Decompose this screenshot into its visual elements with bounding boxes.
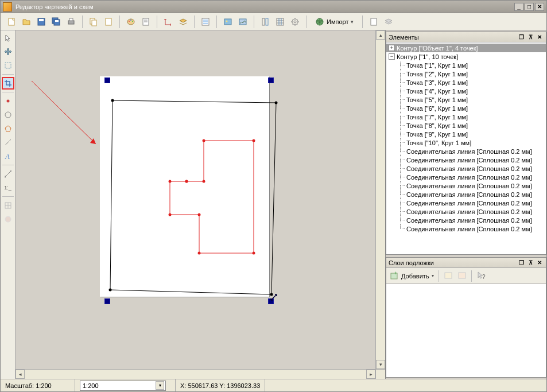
tree-item[interactable]: Точка ["4", Круг 1 мм] bbox=[386, 87, 546, 95]
horizontal-scrollbar[interactable]: ◂ ▸ bbox=[15, 369, 375, 379]
image2-button[interactable] bbox=[236, 15, 249, 28]
scroll-left-button[interactable]: ◂ bbox=[15, 370, 25, 379]
tree-item[interactable]: Точка ["3", Круг 1 мм] bbox=[386, 78, 546, 87]
resize-handle-icon[interactable] bbox=[270, 293, 278, 301]
contour-object[interactable] bbox=[110, 100, 276, 296]
tree-item[interactable]: Точка ["1", Круг 1 мм] bbox=[386, 61, 546, 69]
move-tool[interactable] bbox=[2, 45, 14, 58]
panel-float-button[interactable]: ❐ bbox=[517, 259, 525, 267]
tree-item-contour1[interactable]: + Контур ["Объект 1", 4 точек] bbox=[386, 44, 546, 52]
list-button[interactable] bbox=[199, 15, 212, 28]
doc1-button[interactable] bbox=[367, 15, 380, 28]
svg-point-14 bbox=[132, 21, 133, 22]
maximize-button[interactable]: □ bbox=[525, 3, 534, 11]
layer-help-button[interactable]: ? bbox=[476, 271, 486, 281]
scroll-down-button[interactable]: ▾ bbox=[376, 360, 385, 369]
pointer-tool[interactable] bbox=[2, 32, 14, 44]
svg-point-55 bbox=[169, 214, 172, 216]
polygon-tool[interactable] bbox=[2, 122, 14, 135]
coords-label: X: 550617.63 Y: 1396023.33 bbox=[180, 382, 260, 389]
dropdown-caret-icon: ▾ bbox=[432, 273, 434, 278]
svg-rect-35 bbox=[371, 18, 377, 25]
doc2-button[interactable] bbox=[382, 15, 395, 28]
tree-item[interactable]: Соединительная линия [Сплошная 0.2 мм] bbox=[386, 199, 546, 207]
tree-item[interactable]: Соединительная линия [Сплошная 0.2 мм] bbox=[386, 147, 546, 156]
tree-item[interactable]: Соединительная линия [Сплошная 0.2 мм] bbox=[386, 181, 546, 190]
svg-point-33 bbox=[294, 21, 296, 23]
layer-btn2[interactable] bbox=[457, 271, 467, 281]
selection-handle[interactable] bbox=[104, 298, 110, 304]
open-button[interactable] bbox=[20, 15, 33, 28]
minimize-button[interactable]: _ bbox=[514, 3, 523, 11]
measure-tool[interactable] bbox=[2, 168, 14, 180]
scroll-up-button[interactable]: ▴ bbox=[376, 30, 385, 40]
layer-btn1[interactable] bbox=[444, 271, 453, 281]
tree-item[interactable]: Точка ["5", Круг 1 мм] bbox=[386, 95, 546, 104]
scroll-right-button[interactable]: ▸ bbox=[366, 370, 375, 379]
tree-item[interactable]: Соединительная линия [Сплошная 0.2 мм] bbox=[386, 216, 546, 224]
copy-button[interactable] bbox=[87, 15, 100, 28]
panel-float-button[interactable]: ❐ bbox=[517, 33, 525, 41]
tree-item[interactable]: Точка ["7", Круг 1 мм] bbox=[386, 112, 546, 121]
axes-button[interactable] bbox=[162, 15, 174, 28]
canvas-viewport[interactable] bbox=[15, 30, 375, 369]
tree-item[interactable]: Точка ["8", Круг 1 мм] bbox=[386, 121, 546, 130]
saveall-button[interactable] bbox=[50, 15, 63, 28]
paste-button[interactable] bbox=[102, 15, 115, 28]
tree-item[interactable]: Точка ["2", Круг 1 мм] bbox=[386, 69, 546, 78]
selection-handle[interactable] bbox=[268, 77, 274, 83]
expand-icon[interactable]: + bbox=[389, 45, 395, 51]
statusbar: Масштаб: 1:200 1:200 ▾ X: 550617.63 Y: 1… bbox=[1, 379, 546, 391]
panel-pin-button[interactable]: ⊼ bbox=[526, 259, 534, 267]
settings-button[interactable] bbox=[139, 15, 152, 28]
image1-button[interactable] bbox=[222, 15, 234, 28]
vertical-scrollbar[interactable]: ▴ ▾ bbox=[375, 30, 385, 369]
new-button[interactable] bbox=[5, 15, 18, 28]
scale-combo[interactable]: 1:200 ▾ bbox=[80, 381, 166, 391]
panel-pin-button[interactable]: ⊼ bbox=[526, 33, 534, 41]
import-button[interactable]: Импорт ▾ bbox=[311, 15, 358, 28]
save-button[interactable] bbox=[35, 15, 48, 28]
gear-button[interactable] bbox=[289, 15, 301, 28]
selection-handle[interactable] bbox=[104, 77, 110, 83]
crop-tool[interactable] bbox=[2, 77, 14, 90]
tree-item[interactable]: Точка ["9", Круг 1 мм] bbox=[386, 130, 546, 138]
circle-tool[interactable] bbox=[2, 108, 14, 121]
scale-tool[interactable]: 1:_ bbox=[2, 181, 14, 194]
grid-tool[interactable] bbox=[2, 199, 14, 212]
main-toolbar: Импорт ▾ bbox=[1, 13, 546, 30]
svg-point-43 bbox=[5, 216, 11, 222]
collapse-icon[interactable]: − bbox=[389, 53, 395, 60]
tree-item[interactable]: Точка ["6", Круг 1 мм] bbox=[386, 104, 546, 112]
tree-item[interactable]: Соединительная линия [Сплошная 0.2 мм] bbox=[386, 190, 546, 199]
add-layer-button[interactable]: + Добавить ▾ bbox=[390, 271, 434, 281]
print-button[interactable] bbox=[65, 15, 77, 28]
layers-button[interactable] bbox=[177, 15, 189, 28]
grid2-button[interactable] bbox=[274, 15, 286, 28]
tree-item[interactable]: Точка ["10", Круг 1 мм] bbox=[386, 138, 546, 147]
tree-item-contour2[interactable]: − Контур ["1", 10 точек] bbox=[386, 52, 546, 61]
elements-tree[interactable]: + Контур ["Объект 1", 4 точек] − Контур … bbox=[386, 42, 546, 254]
select-tool[interactable] bbox=[2, 59, 14, 72]
tree-item[interactable]: Соединительная линия [Сплошная 0.2 мм] bbox=[386, 164, 546, 173]
close-button[interactable]: ✕ bbox=[535, 3, 544, 11]
text-tool[interactable]: A bbox=[2, 150, 14, 162]
tree-item[interactable]: Соединительная линия [Сплошная 0.2 мм] bbox=[386, 224, 546, 233]
point-tool[interactable] bbox=[2, 95, 14, 107]
panel-close-button[interactable]: ✕ bbox=[536, 259, 544, 267]
tree-item[interactable]: Соединительная линия [Сплошная 0.2 мм] bbox=[386, 173, 546, 181]
layers-list[interactable] bbox=[386, 284, 546, 377]
svg-rect-0 bbox=[9, 18, 14, 25]
dropdown-caret-icon: ▾ bbox=[156, 381, 164, 390]
palette-button[interactable] bbox=[125, 15, 137, 28]
grid1-button[interactable] bbox=[259, 15, 271, 28]
svg-point-53 bbox=[198, 252, 201, 255]
line-tool[interactable] bbox=[2, 136, 14, 149]
tree-item[interactable]: Соединительная линия [Сплошная 0.2 мм] bbox=[386, 207, 546, 216]
titlebar: Редактор чертежей и схем _ □ ✕ bbox=[1, 1, 546, 13]
svg-rect-25 bbox=[262, 18, 265, 25]
svg-rect-22 bbox=[224, 19, 231, 25]
svg-point-23 bbox=[226, 20, 228, 22]
tree-item[interactable]: Соединительная линия [Сплошная 0.2 мм] bbox=[386, 156, 546, 164]
panel-close-button[interactable]: ✕ bbox=[536, 33, 544, 41]
